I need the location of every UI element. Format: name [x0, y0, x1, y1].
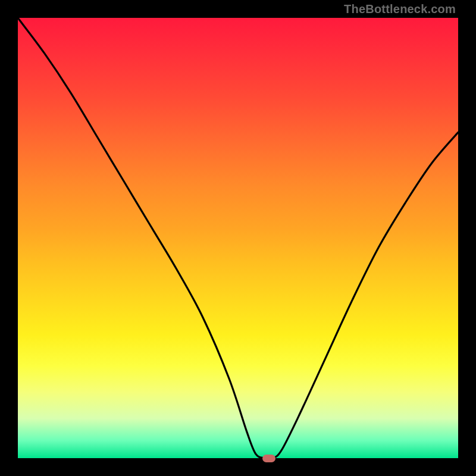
curve-path: [18, 18, 458, 459]
chart-frame: TheBottleneck.com: [0, 0, 476, 476]
optimal-point-marker: [262, 455, 275, 462]
plot-area: [18, 18, 458, 458]
bottleneck-curve: [18, 18, 458, 458]
watermark-text: TheBottleneck.com: [344, 2, 456, 16]
